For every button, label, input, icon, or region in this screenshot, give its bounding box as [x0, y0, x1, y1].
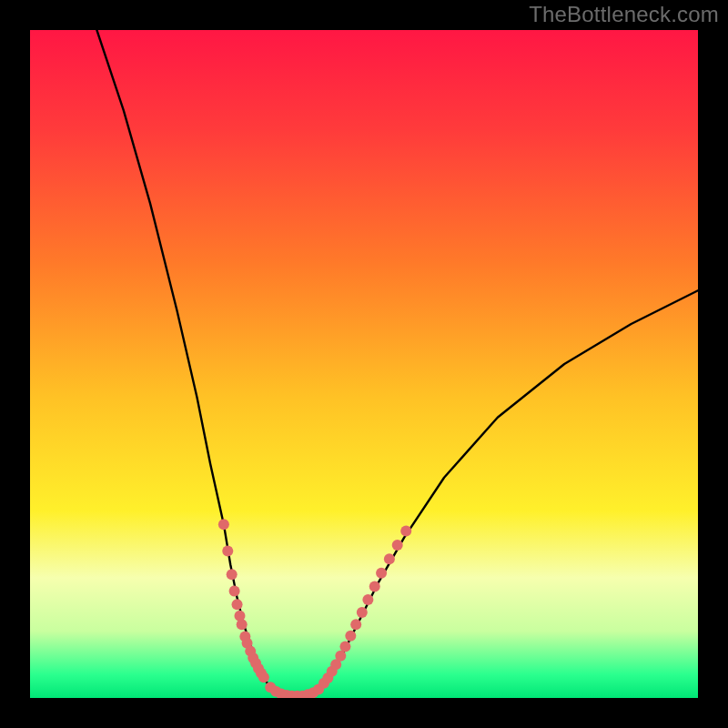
marker-left: [227, 569, 238, 580]
marker-left: [218, 519, 229, 530]
marker-right: [392, 540, 403, 551]
chart-container: TheBottleneck.com: [0, 0, 728, 728]
marker-right: [369, 581, 380, 592]
marker-left: [237, 619, 248, 630]
marker-left: [222, 546, 233, 557]
bottleneck-chart: [0, 0, 728, 728]
marker-right: [335, 651, 346, 662]
marker-left: [258, 672, 269, 682]
marker-right: [362, 594, 373, 605]
marker-right: [339, 641, 350, 652]
marker-left: [229, 586, 240, 597]
marker-right: [350, 619, 361, 630]
marker-right: [376, 568, 387, 579]
marker-right: [345, 631, 356, 642]
marker-right: [357, 607, 368, 618]
marker-left: [232, 599, 243, 610]
marker-right: [400, 526, 411, 537]
marker-right: [384, 553, 395, 564]
